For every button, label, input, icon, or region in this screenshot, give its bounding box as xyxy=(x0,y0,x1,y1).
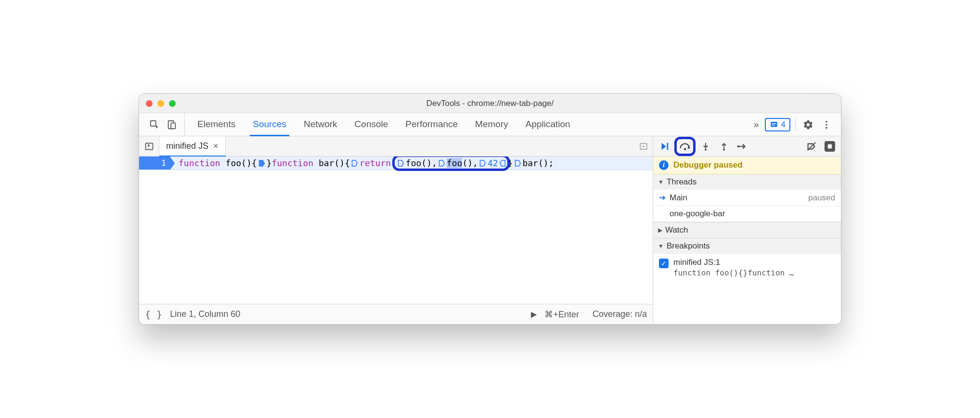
inline-breakpoint-marker-icon[interactable] xyxy=(397,159,405,167)
thread-status: paused xyxy=(808,193,835,203)
tab-console[interactable]: Console xyxy=(352,113,391,136)
issues-badge[interactable]: 4 xyxy=(765,118,790,131)
inline-breakpoint-marker-icon[interactable] xyxy=(479,159,487,167)
traffic-lights xyxy=(146,100,176,107)
pretty-print-button[interactable]: { } xyxy=(145,309,162,320)
step-into-button[interactable] xyxy=(697,138,714,155)
code-token: 42 xyxy=(488,158,498,168)
pause-on-exceptions-button[interactable] xyxy=(822,138,838,155)
svg-point-8 xyxy=(825,127,827,129)
code-token xyxy=(391,158,396,168)
run-snippet-icon[interactable] xyxy=(639,142,648,151)
code-token: foo(){ xyxy=(220,158,257,168)
svg-rect-17 xyxy=(830,144,832,148)
thread-name: one-google-bar xyxy=(670,209,725,219)
editor-statusbar: { } Line 1, Column 60 ▶ ⌘+Enter Coverage… xyxy=(139,304,653,324)
toolbar-divider xyxy=(795,118,796,131)
section-title-watch: Watch xyxy=(665,225,688,235)
step-button[interactable] xyxy=(734,138,750,155)
section-threads: ▼ Threads ➔ Main paused one-google-bar xyxy=(653,174,841,222)
code-token: } xyxy=(508,158,513,168)
section-header-breakpoints[interactable]: ▼ Breakpoints xyxy=(653,238,841,254)
inline-breakpoint-marker-icon[interactable] xyxy=(351,159,359,167)
svg-rect-11 xyxy=(667,143,669,150)
line-number-gutter[interactable]: 1 xyxy=(139,157,170,170)
code-token: foo(), xyxy=(406,158,437,168)
inline-breakpoint-marker-icon[interactable] xyxy=(438,159,446,167)
kebab-menu-icon[interactable] xyxy=(819,117,834,132)
main-toolbar: Elements Sources Network Console Perform… xyxy=(139,113,841,136)
run-shortcut: ⌘+Enter xyxy=(544,309,579,320)
debugger-status-banner: i Debugger paused xyxy=(653,157,841,174)
current-thread-arrow-icon: ➔ xyxy=(659,193,666,203)
tab-application[interactable]: Application xyxy=(523,113,573,136)
code-content[interactable]: function foo(){}function bar(){return fo… xyxy=(170,158,554,168)
svg-rect-2 xyxy=(171,123,175,129)
breakpoint-code-preview: function foo(){}function … xyxy=(673,268,794,277)
device-toolbar-icon[interactable] xyxy=(164,117,180,132)
inspect-element-icon[interactable] xyxy=(147,117,162,132)
tab-sources[interactable]: Sources xyxy=(250,113,289,136)
breakpoint-checkbox[interactable]: ✓ xyxy=(659,259,669,268)
coverage-status: Coverage: n/a xyxy=(593,309,647,319)
thread-row-main[interactable]: ➔ Main paused xyxy=(653,190,841,206)
inline-breakpoint-marker-icon[interactable] xyxy=(514,159,521,167)
svg-rect-3 xyxy=(771,122,777,127)
section-title-threads: Threads xyxy=(667,177,696,187)
disclosure-triangle-icon: ▶ xyxy=(658,227,662,234)
settings-icon[interactable] xyxy=(800,117,816,132)
debugger-toolbar xyxy=(653,136,841,157)
file-tabs-overflow xyxy=(634,136,653,156)
close-window-icon[interactable] xyxy=(146,100,153,107)
info-icon: i xyxy=(659,160,669,170)
svg-rect-16 xyxy=(828,144,829,148)
svg-point-6 xyxy=(825,120,827,122)
tab-performance[interactable]: Performance xyxy=(402,113,461,136)
navigator-toggle-icon[interactable] xyxy=(139,136,159,156)
close-tab-icon[interactable]: × xyxy=(213,141,219,151)
svg-point-15 xyxy=(737,145,739,147)
cursor-position: Line 1, Column 60 xyxy=(170,309,240,319)
section-watch: ▶ Watch xyxy=(653,222,841,238)
breakpoint-row[interactable]: ✓ minified JS:1 function foo(){}function… xyxy=(653,254,841,281)
window-titlebar: DevTools - chrome://new-tab-page/ xyxy=(139,94,841,113)
disclosure-triangle-icon: ▼ xyxy=(658,179,664,185)
more-tabs-icon[interactable]: » xyxy=(750,119,761,130)
code-token: } xyxy=(267,158,272,168)
minimize-window-icon[interactable] xyxy=(157,100,164,107)
resume-button[interactable] xyxy=(656,138,672,155)
breakpoint-text: minified JS:1 function foo(){}function … xyxy=(673,258,794,277)
tab-elements[interactable]: Elements xyxy=(194,113,238,136)
inline-breakpoint-marker-icon[interactable] xyxy=(258,159,266,167)
code-editor[interactable]: 1 function foo(){}function bar(){return … xyxy=(139,157,653,304)
code-token: function xyxy=(179,158,220,168)
code-token: bar(); xyxy=(522,158,554,168)
step-over-button[interactable] xyxy=(674,137,696,156)
section-title-breakpoints: Breakpoints xyxy=(667,241,710,251)
thread-name: Main xyxy=(670,193,687,203)
section-header-watch[interactable]: ▶ Watch xyxy=(653,222,841,238)
code-token: function xyxy=(271,158,313,168)
disclosure-triangle-icon: ▼ xyxy=(658,243,664,249)
tab-network[interactable]: Network xyxy=(301,113,340,136)
deactivate-breakpoints-button[interactable] xyxy=(803,138,820,155)
svg-rect-9 xyxy=(145,143,153,149)
zoom-window-icon[interactable] xyxy=(169,100,176,107)
toolbar-left-group xyxy=(142,113,185,136)
toolbar-right-group: » 4 xyxy=(747,113,838,136)
thread-row-worker[interactable]: one-google-bar xyxy=(653,206,841,222)
code-line-1: 1 function foo(){}function bar(){return … xyxy=(139,157,653,170)
tab-memory[interactable]: Memory xyxy=(472,113,511,136)
svg-point-13 xyxy=(705,148,707,150)
svg-point-14 xyxy=(723,148,725,150)
file-tab-strip: minified JS × xyxy=(139,136,653,157)
panel-tabs: Elements Sources Network Console Perform… xyxy=(185,113,747,136)
inline-breakpoint-marker-icon[interactable] xyxy=(499,159,507,167)
code-token: return xyxy=(360,158,391,168)
section-header-threads[interactable]: ▼ Threads xyxy=(653,174,841,190)
file-tab-minified-js[interactable]: minified JS × xyxy=(159,136,226,157)
code-token: foo xyxy=(447,158,463,168)
step-out-button[interactable] xyxy=(716,138,732,155)
run-icon[interactable]: ▶ xyxy=(531,310,537,319)
svg-rect-5 xyxy=(772,125,774,126)
